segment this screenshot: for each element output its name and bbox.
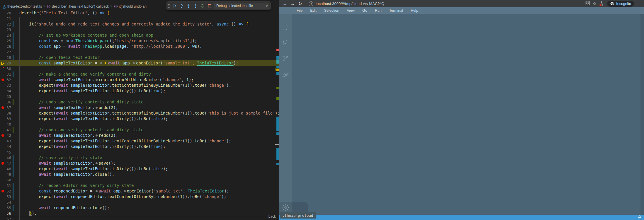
breadcrumb-item[interactable]: theia-text-editor.test.ts: [2, 4, 42, 8]
breakpoint-gutter[interactable]: [0, 172, 5, 177]
code-line-29[interactable]: 29 const sampleTextEditor = await app.op…: [0, 60, 279, 66]
code-line-55[interactable]: 55 await reopenedEditor.close();: [0, 205, 279, 211]
code-line-51[interactable]: 51 // reopen editor and verify dirty sta…: [0, 183, 279, 188]
code-line-28[interactable]: 28 // open Theia text editor: [0, 55, 279, 60]
code-line-20[interactable]: 20describe('Theia Text Editor', () => {: [0, 10, 279, 16]
breakpoint-gutter[interactable]: [0, 99, 5, 105]
code-line-26[interactable]: 26 const app = await TheiaApp.load(page,…: [0, 44, 279, 49]
menu-help[interactable]: Help: [407, 8, 422, 13]
breakpoint-gutter[interactable]: [0, 71, 5, 77]
debug-icon[interactable]: [282, 70, 290, 78]
continue-button[interactable]: [171, 2, 178, 9]
menu-edit[interactable]: Edit: [306, 8, 320, 13]
breakpoint-gutter[interactable]: [0, 183, 5, 188]
code-line-21[interactable]: 21: [0, 16, 279, 21]
toolbar-drag-grip-icon[interactable]: [167, 2, 171, 9]
code-line-52[interactable]: 52 const reopenedEditor = await app.open…: [0, 188, 279, 194]
breakpoint-gutter[interactable]: [0, 94, 5, 99]
debug-config-dropdown[interactable]: Debug selected test file ∨: [214, 3, 269, 9]
code-line-32[interactable]: 32 await sampleTextEditor.replaceLineWit…: [0, 77, 279, 83]
breakpoint-gutter[interactable]: [0, 155, 5, 161]
gear-icon[interactable]: [282, 204, 290, 212]
menu-go[interactable]: Go: [358, 8, 371, 13]
code-line-37[interactable]: 37 await sampleTextEditor.undo(2);: [0, 105, 279, 110]
breakpoint-icon[interactable]: [1, 106, 4, 109]
breakpoint-gutter[interactable]: [0, 166, 5, 172]
breakpoint-gutter[interactable]: [0, 116, 5, 122]
breakpoint-gutter[interactable]: [0, 21, 5, 27]
breakpoint-gutter[interactable]: [0, 133, 5, 138]
breakpoint-gutter[interactable]: [0, 199, 5, 205]
code-line-53[interactable]: 53 expect(await reopenedEditor.textConte…: [0, 194, 279, 199]
code-line-22[interactable]: 22 it('should undo and redo text changes…: [0, 21, 279, 27]
breakpoint-gutter[interactable]: [0, 211, 5, 216]
breakpoint-gutter[interactable]: [0, 16, 5, 21]
menu-selection[interactable]: Selection: [320, 8, 343, 13]
breakpoint-gutter[interactable]: [0, 205, 5, 211]
menu-terminal[interactable]: Terminal: [385, 8, 407, 13]
code-line-38[interactable]: 38 expect(await sampleTextEditor.textCon…: [0, 110, 279, 116]
code-line-56[interactable]: 56 });: [0, 211, 279, 216]
code-line-25[interactable]: 25 const ws = new TheiaWorkspace(['tests…: [0, 38, 279, 44]
menu-file[interactable]: File: [293, 8, 306, 13]
code-line-35[interactable]: 35: [0, 94, 279, 99]
breakpoint-gutter[interactable]: [0, 194, 5, 199]
breakpoint-gutter[interactable]: [0, 105, 5, 110]
breakpoint-gutter[interactable]: [0, 88, 5, 94]
code-line-46[interactable]: 46 // save verify dirty state: [0, 155, 279, 161]
back-button[interactable]: ←: [281, 1, 289, 6]
stop-button[interactable]: [206, 2, 213, 9]
bookmark-star-icon[interactable]: ☆: [593, 1, 597, 6]
code-line-31[interactable]: 31 // make a change and verify contents …: [0, 71, 279, 77]
menu-run[interactable]: Run: [371, 8, 385, 13]
breakpoint-gutter[interactable]: [0, 60, 5, 66]
code-area[interactable]: 20describe('Theia Text Editor', () => {2…: [0, 9, 279, 220]
code-line-34[interactable]: 34 expect(await sampleTextEditor.isDirty…: [0, 88, 279, 94]
code-line-57[interactable]: 57: [0, 216, 279, 220]
breakpoint-gutter[interactable]: [0, 55, 5, 60]
code-line-50[interactable]: 50: [0, 177, 279, 183]
breakpoint-gutter[interactable]: [0, 83, 5, 88]
breakpoint-icon[interactable]: [1, 79, 4, 81]
breakpoint-gutter[interactable]: [0, 177, 5, 183]
code-line-54[interactable]: 54: [0, 199, 279, 205]
explorer-icon[interactable]: [282, 23, 290, 31]
breakpoint-gutter[interactable]: [0, 44, 5, 49]
code-line-43[interactable]: 43 expect(await sampleTextEditor.textCon…: [0, 138, 279, 144]
breadcrumb-item[interactable]: describe('Theia Text Editor') callback: [47, 4, 109, 8]
code-line-36[interactable]: 36 // undo and verify contents and dirty…: [0, 99, 279, 105]
code-line-30[interactable]: 30: [0, 66, 279, 71]
code-line-48[interactable]: 48 expect(await sampleTextEditor.isDirty…: [0, 166, 279, 172]
breakpoint-gutter[interactable]: [0, 38, 5, 44]
breakpoint-gutter[interactable]: [0, 216, 5, 220]
breakpoint-gutter[interactable]: [0, 27, 5, 33]
step-into-button[interactable]: [185, 2, 192, 9]
extension-flask-icon[interactable]: [599, 1, 604, 6]
breakpoint-gutter[interactable]: [0, 127, 5, 133]
browser-menu-icon[interactable]: ⋮: [637, 1, 641, 6]
breakpoint-icon[interactable]: [1, 134, 4, 137]
address-bar[interactable]: localhost:3000/#/tmp/cloud-ws-MACfYQ: [316, 1, 384, 6]
code-line-41[interactable]: 41 // undo and verify contents and dirty…: [0, 127, 279, 133]
breakpoint-gutter[interactable]: [0, 161, 5, 166]
breakpoint-gutter[interactable]: [0, 77, 5, 83]
breakpoint-gutter[interactable]: [0, 149, 5, 155]
breakpoint-gutter[interactable]: [0, 188, 5, 194]
breakpoint-icon[interactable]: [1, 190, 4, 192]
step-over-button[interactable]: [178, 2, 185, 9]
code-line-44[interactable]: 44 expect(await sampleTextEditor.isDirty…: [0, 144, 279, 149]
bell-icon[interactable]: [638, 215, 642, 220]
source-control-icon[interactable]: [282, 54, 290, 62]
breakpoint-icon[interactable]: [1, 162, 4, 165]
reload-button[interactable]: ↻: [296, 1, 304, 6]
code-line-39[interactable]: 39 expect(await sampleTextEditor.isDirty…: [0, 116, 279, 122]
code-line-33[interactable]: 33 expect(await sampleTextEditor.textCon…: [0, 83, 279, 88]
forward-button[interactable]: →: [289, 1, 296, 6]
code-line-23[interactable]: 23: [0, 27, 279, 33]
scrollbar-gutter[interactable]: [640, 14, 644, 215]
menu-view[interactable]: View: [343, 8, 358, 13]
code-line-27[interactable]: 27: [0, 49, 279, 55]
step-out-button[interactable]: [192, 2, 199, 9]
code-line-49[interactable]: 49 await sampleTextEditor.close();: [0, 172, 279, 177]
tab-groups-icon[interactable]: [585, 1, 590, 6]
